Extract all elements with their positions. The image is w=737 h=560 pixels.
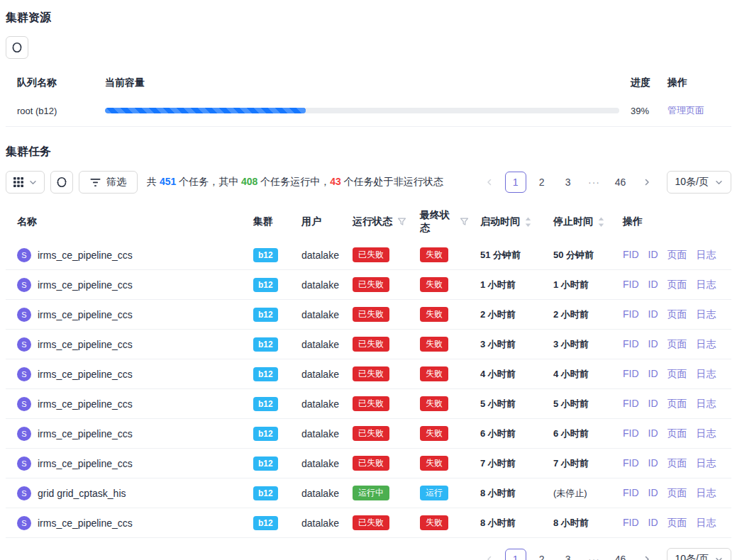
action-link-fid[interactable]: FID [623, 249, 639, 260]
run-status-badge: 已失败 [353, 337, 389, 352]
action-link-id[interactable]: ID [648, 249, 658, 260]
manage-page-link[interactable]: 管理页面 [667, 105, 704, 116]
action-link-fid[interactable]: FID [623, 427, 639, 439]
resources-section-title: 集群资源 [6, 0, 731, 25]
action-link-log[interactable]: 日志 [697, 368, 716, 379]
action-link-log[interactable]: 日志 [697, 427, 716, 439]
filter-funnel-icon[interactable] [397, 218, 406, 226]
action-link-fid[interactable]: FID [623, 368, 639, 379]
page-size-select[interactable]: 10条/页 [667, 548, 731, 560]
tasks-refresh-button[interactable] [50, 171, 73, 194]
action-link-log[interactable]: 日志 [697, 398, 716, 409]
resources-row: root (b12) 39% 管理页面 [6, 95, 731, 127]
cluster-badge: b12 [253, 457, 278, 471]
page-size-select[interactable]: 10条/页 [667, 171, 731, 194]
grid-icon [13, 177, 23, 187]
pagination-prev-button[interactable] [479, 549, 500, 560]
action-link-id[interactable]: ID [648, 338, 658, 349]
column-header-start[interactable]: 启动时间 [469, 203, 542, 240]
column-header-run_status[interactable]: 运行状态 [341, 203, 409, 240]
action-link-log[interactable]: 日志 [697, 338, 716, 349]
filter-button[interactable]: 筛选 [79, 171, 138, 194]
pagination-page-46[interactable]: 46 [610, 172, 631, 193]
column-header-stop[interactable]: 停止时间 [542, 203, 611, 240]
action-link-page[interactable]: 页面 [667, 249, 687, 260]
action-link-fid[interactable]: FID [623, 398, 639, 409]
action-link-id[interactable]: ID [648, 427, 658, 439]
run-status-badge: 已失败 [353, 366, 389, 381]
final-status-badge: 失败 [420, 277, 448, 292]
user-name: datalake [301, 279, 339, 291]
column-header-cluster: 集群 [242, 203, 290, 240]
start-time: 8 小时前 [480, 488, 516, 498]
action-link-fid[interactable]: FID [623, 338, 639, 349]
action-link-fid[interactable]: FID [623, 279, 639, 290]
avatar: S [17, 397, 31, 411]
action-link-id[interactable]: ID [648, 457, 658, 469]
avatar: S [17, 516, 31, 530]
column-label: 用户 [301, 215, 321, 228]
cluster-badge: b12 [253, 367, 278, 381]
pagination-next-button[interactable] [636, 549, 658, 560]
action-link-id[interactable]: ID [648, 279, 658, 290]
action-link-page[interactable]: 页面 [667, 457, 687, 469]
action-link-page[interactable]: 页面 [667, 487, 687, 498]
user-name: datalake [301, 428, 339, 439]
action-link-id[interactable]: ID [648, 398, 658, 409]
resources-refresh-button[interactable] [6, 36, 28, 59]
action-link-log[interactable]: 日志 [697, 517, 716, 528]
pagination-page-2[interactable]: 2 [531, 172, 553, 193]
sorter-icon[interactable] [598, 217, 604, 228]
action-link-page[interactable]: 页面 [667, 308, 687, 320]
pagination-next-button[interactable] [636, 172, 658, 193]
cluster-badge: b12 [253, 486, 278, 500]
final-status-badge: 失败 [420, 247, 448, 262]
table-row: Sirms_ce_pipeline_ccsb12datalake已失败失败3 小… [6, 330, 731, 359]
progress-percent: 39% [619, 95, 662, 127]
pagination-page-2[interactable]: 2 [531, 549, 553, 560]
start-time: 8 小时前 [480, 517, 516, 528]
action-link-id[interactable]: ID [648, 308, 658, 320]
pagination-page-1[interactable]: 1 [505, 549, 526, 560]
filter-funnel-icon[interactable] [460, 218, 469, 226]
column-header-final_status[interactable]: 最终状态 [409, 203, 469, 240]
action-link-page[interactable]: 页面 [667, 517, 687, 528]
column-label: 运行状态 [353, 215, 392, 228]
sorter-icon[interactable] [525, 217, 531, 228]
table-row: Sirms_ce_pipeline_ccsb12datalake已失败失败1 小… [6, 270, 731, 300]
action-link-page[interactable]: 页面 [667, 398, 687, 409]
action-link-fid[interactable]: FID [623, 457, 639, 469]
column-header-actions: 操作 [611, 203, 731, 240]
action-link-id[interactable]: ID [648, 517, 658, 528]
stop-time: 7 小时前 [553, 458, 589, 469]
action-link-fid[interactable]: FID [623, 517, 639, 528]
pagination-bottom-wrap: 123···46 10条/页 [6, 548, 731, 560]
capacity-progress-bar [105, 108, 619, 113]
pagination-page-46[interactable]: 46 [610, 549, 631, 560]
column-label: 集群 [253, 215, 273, 228]
table-row: Sgrid grid_cptask_hisb12datalake运行中运行8 小… [6, 478, 731, 508]
action-link-id[interactable]: ID [648, 487, 658, 498]
action-link-log[interactable]: 日志 [697, 279, 716, 290]
page-size-label: 10条/页 [675, 176, 709, 189]
action-link-page[interactable]: 页面 [667, 279, 687, 290]
action-link-page[interactable]: 页面 [667, 427, 687, 439]
action-link-log[interactable]: 日志 [697, 457, 716, 469]
final-status-badge: 失败 [420, 426, 448, 441]
pagination-page-3[interactable]: 3 [558, 549, 579, 560]
stop-time: 2 小时前 [553, 309, 589, 320]
run-status-badge: 已失败 [353, 515, 389, 530]
action-link-log[interactable]: 日志 [697, 308, 716, 320]
action-link-log[interactable]: 日志 [697, 249, 716, 260]
pagination-page-1[interactable]: 1 [505, 172, 526, 193]
cluster-badge: b12 [253, 427, 278, 441]
action-link-page[interactable]: 页面 [667, 368, 687, 379]
column-settings-button[interactable] [6, 171, 45, 194]
pagination-prev-button[interactable] [479, 172, 500, 193]
action-link-fid[interactable]: FID [623, 308, 639, 320]
action-link-id[interactable]: ID [648, 368, 658, 379]
action-link-page[interactable]: 页面 [667, 338, 687, 349]
action-link-log[interactable]: 日志 [697, 487, 716, 498]
pagination-page-3[interactable]: 3 [558, 172, 579, 193]
action-link-fid[interactable]: FID [623, 487, 639, 498]
